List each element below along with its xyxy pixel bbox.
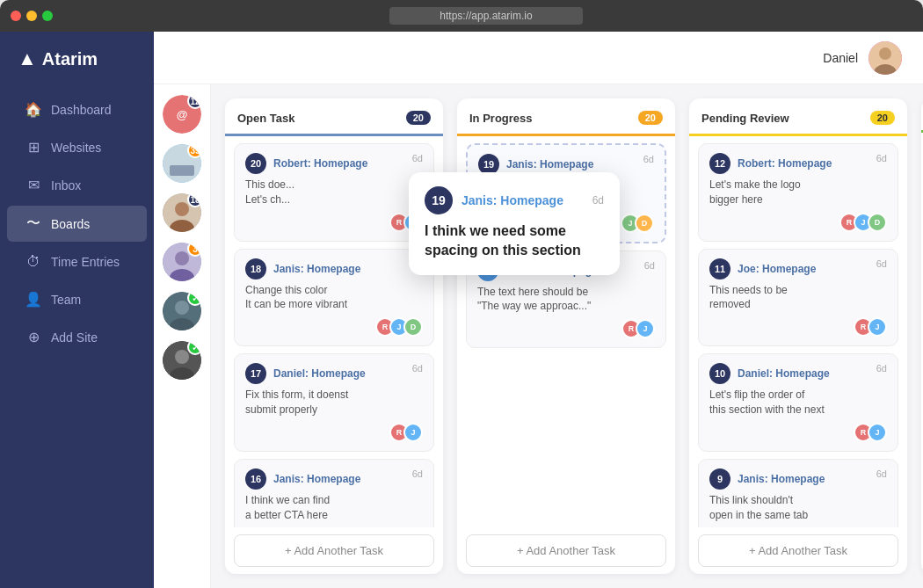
activity-sidebar: @ 12 35 18 bbox=[154, 84, 211, 588]
sidebar-item-inbox[interactable]: ✉ Inbox bbox=[7, 168, 147, 202]
svg-point-15 bbox=[175, 350, 189, 364]
card-title: Daniel: Homepage bbox=[273, 367, 366, 380]
sidebar-label-team: Team bbox=[51, 293, 81, 307]
card-header: 17 Daniel: Homepage 6d bbox=[245, 363, 423, 384]
card-age: 6d bbox=[876, 258, 887, 269]
sidebar: ▲ Atarim 🏠 Dashboard ⊞ Websites ✉ Inbox … bbox=[0, 32, 154, 588]
maximize-button[interactable] bbox=[42, 11, 53, 21]
sidebar-item-boards[interactable]: 〜 Boards bbox=[7, 206, 147, 242]
user-name: Daniel bbox=[823, 51, 858, 65]
sidebar-item-add-site[interactable]: ⊕ Add Site bbox=[7, 320, 147, 354]
card-body: This link shouldn'topen in the same tab bbox=[709, 493, 887, 523]
avatars-group: R J bbox=[854, 423, 887, 442]
card-header: 20 Robert: Homepage 6d bbox=[245, 153, 423, 174]
card-footer: R J bbox=[245, 213, 423, 232]
logo-text: Atarim bbox=[42, 49, 98, 69]
inbox-icon: ✉ bbox=[25, 177, 42, 193]
card-info: 17 Daniel: Homepage bbox=[245, 363, 366, 384]
activity-item-3[interactable]: 3 bbox=[163, 243, 201, 281]
card-info: 20 Robert: Homepage bbox=[245, 153, 367, 174]
sidebar-label-add: Add Site bbox=[51, 330, 98, 345]
card-title: Robert: Homepage bbox=[738, 157, 832, 170]
card-num: 12 bbox=[709, 153, 730, 174]
topbar: Daniel bbox=[154, 32, 923, 84]
svg-point-12 bbox=[175, 301, 189, 315]
card-header: 18 Janis: Homepage 6d bbox=[245, 258, 423, 279]
card-footer: R J bbox=[245, 423, 423, 442]
card-title: Janis: Homepage bbox=[738, 473, 825, 485]
column-header-in-progress: In Progress 20 bbox=[457, 98, 675, 136]
card-pending-2[interactable]: 10 Daniel: Homepage 6d Let's flip the or… bbox=[698, 353, 898, 452]
add-task-pending[interactable]: + Add Another Task bbox=[698, 534, 898, 567]
sidebar-item-time-entries[interactable]: ⏱ Time Entries bbox=[7, 245, 147, 279]
sidebar-label-time: Time Entries bbox=[51, 255, 120, 269]
avatars-group: R J bbox=[389, 423, 423, 442]
url-display[interactable]: https://app.atarim.io bbox=[389, 7, 583, 25]
sidebar-item-dashboard[interactable]: 🏠 Dashboard bbox=[7, 92, 147, 127]
logo-icon: ▲ bbox=[18, 47, 37, 70]
card-title: Daniel: Homepage bbox=[738, 367, 830, 380]
activity-badge-5: ✓ bbox=[187, 341, 201, 355]
activity-item-5[interactable]: ✓ bbox=[163, 341, 201, 380]
card-open-0[interactable]: 20 Robert: Homepage 6d This doe...Let's … bbox=[234, 143, 434, 242]
column-title-in-progress: In Progress bbox=[469, 112, 533, 125]
card-age: 6d bbox=[412, 153, 423, 163]
column-count-in-progress: 20 bbox=[638, 111, 663, 125]
card-info: 9 Janis: Homepage bbox=[709, 468, 825, 490]
card-age: 6d bbox=[412, 363, 423, 374]
card-body: I think we can finda better CTA here bbox=[245, 493, 423, 523]
card-open-2[interactable]: 17 Daniel: Homepage 6d Fix this form, it… bbox=[234, 353, 434, 452]
card-open-3[interactable]: 16 Janis: Homepage 6d I think we can fin… bbox=[234, 459, 434, 527]
card-pending-1[interactable]: 11 Joe: Homepage 6d This needs to beremo… bbox=[698, 249, 898, 347]
activity-item-1[interactable]: 35 bbox=[163, 144, 201, 183]
sidebar-item-websites[interactable]: ⊞ Websites bbox=[7, 130, 147, 164]
minimize-button[interactable] bbox=[26, 11, 37, 21]
activity-item-2[interactable]: 18 bbox=[163, 193, 201, 232]
card-header: 11 Joe: Homepage 6d bbox=[709, 258, 887, 279]
card-info: 16 Janis: Homepage bbox=[245, 468, 360, 490]
column-count-pending: 20 bbox=[870, 111, 895, 125]
activity-badge-1: 35 bbox=[187, 144, 201, 158]
sidebar-label-websites: Websites bbox=[51, 141, 101, 155]
card-info: 11 Joe: Homepage bbox=[709, 258, 816, 279]
mini-avatar: J bbox=[403, 423, 423, 442]
add-task-open[interactable]: + Add Another Task bbox=[234, 534, 434, 567]
card-num: 20 bbox=[245, 153, 266, 174]
activity-item-0[interactable]: @ 12 bbox=[163, 95, 201, 134]
card-age: 6d bbox=[876, 363, 887, 374]
card-footer: R J bbox=[477, 319, 655, 338]
websites-icon: ⊞ bbox=[25, 139, 42, 156]
column-count-open: 20 bbox=[406, 111, 431, 125]
board-area: @ 12 35 18 bbox=[154, 84, 923, 588]
svg-point-9 bbox=[175, 251, 189, 265]
columns-area: Open Task 20 20 Robert: Homepage 6d bbox=[211, 84, 923, 588]
boards-icon: 〜 bbox=[25, 214, 42, 233]
avatars-group: J D bbox=[621, 214, 654, 233]
traffic-lights bbox=[11, 11, 53, 21]
card-info: 18 Janis: Homepage bbox=[245, 258, 360, 279]
card-pending-0[interactable]: 12 Robert: Homepage 6d Let's make the lo… bbox=[698, 143, 898, 242]
address-bar: https://app.atarim.io bbox=[60, 7, 912, 25]
tooltip-card: 19 Janis: Homepage 6d I think we need so… bbox=[409, 172, 620, 275]
close-button[interactable] bbox=[11, 11, 21, 21]
card-age: 6d bbox=[876, 468, 887, 479]
sidebar-nav: 🏠 Dashboard ⊞ Websites ✉ Inbox 〜 Boards … bbox=[0, 88, 154, 588]
card-title: Janis: Homepage bbox=[273, 263, 360, 275]
sidebar-item-team[interactable]: 👤 Team bbox=[7, 282, 147, 316]
add-task-in-progress[interactable]: + Add Another Task bbox=[466, 534, 666, 567]
activity-badge-2: 18 bbox=[187, 193, 201, 207]
card-open-1[interactable]: 18 Janis: Homepage 6d Change this colorI… bbox=[234, 249, 434, 347]
add-icon: ⊕ bbox=[25, 329, 42, 345]
card-num: 16 bbox=[245, 468, 266, 490]
activity-item-4[interactable]: ✓ bbox=[163, 292, 201, 330]
card-num: 17 bbox=[245, 363, 266, 384]
card-num: 11 bbox=[709, 258, 730, 279]
card-age: 6d bbox=[876, 153, 887, 163]
card-body: This doe...Let's ch... bbox=[245, 178, 423, 207]
home-icon: 🏠 bbox=[25, 101, 42, 118]
card-age: 6d bbox=[412, 468, 423, 479]
card-body: Let's flip the order ofthis section with… bbox=[709, 388, 887, 417]
card-footer: R J D bbox=[709, 213, 887, 232]
cards-list-pending: 12 Robert: Homepage 6d Let's make the lo… bbox=[689, 136, 907, 527]
card-pending-3[interactable]: 9 Janis: Homepage 6d This link shouldn't… bbox=[698, 459, 898, 527]
